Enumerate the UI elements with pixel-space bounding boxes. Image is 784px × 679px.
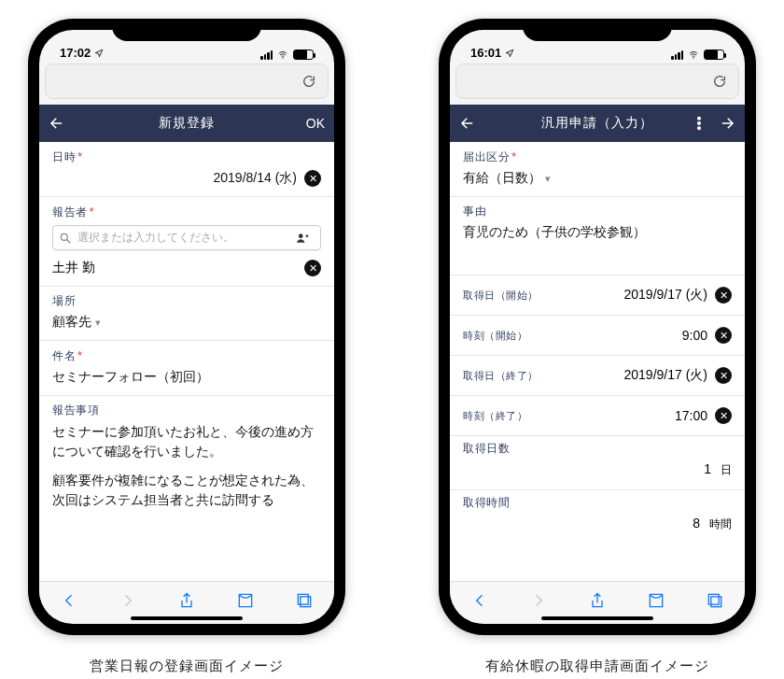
- field-date[interactable]: 日時* 2019/8/14 (水) ✕: [39, 142, 334, 197]
- browser-url-bar[interactable]: [455, 64, 739, 99]
- battery-icon: [293, 50, 314, 60]
- value-start-time: 9:00: [682, 328, 707, 343]
- nav-forward-icon: [529, 591, 548, 610]
- label-start-time: 時刻（開始）: [463, 329, 527, 343]
- unit-hours: 時間: [709, 517, 732, 530]
- value-hours: 8: [693, 516, 700, 530]
- value-start-date: 2019/9/17 (火): [624, 287, 708, 304]
- app-header: 新規登録 OK: [39, 105, 334, 142]
- browser-bottom-bar: [450, 581, 745, 618]
- label-end-date: 取得日（終了）: [463, 369, 539, 383]
- wifi-icon: [276, 50, 289, 60]
- reload-icon[interactable]: [712, 74, 727, 89]
- label-report: 報告事項: [52, 403, 321, 417]
- clear-icon[interactable]: ✕: [304, 260, 321, 276]
- field-end-date[interactable]: 取得日（終了） 2019/9/17 (火) ✕: [450, 356, 745, 396]
- label-subject: 件名: [52, 350, 76, 361]
- ok-button[interactable]: OK: [306, 116, 325, 131]
- field-end-time[interactable]: 時刻（終了） 17:00 ✕: [450, 396, 745, 436]
- caption-right: 有給休暇の取得申請画面イメージ: [485, 658, 709, 675]
- share-icon[interactable]: [588, 591, 607, 610]
- field-reason[interactable]: 事由 育児のため（子供の学校参観）: [450, 197, 745, 276]
- phone-left: 17:02: [28, 19, 345, 635]
- reporter-placeholder: 選択または入力してください。: [77, 230, 296, 246]
- nav-back-icon[interactable]: [470, 591, 489, 610]
- reporter-selected-value: 土井 勤: [52, 260, 95, 276]
- svg-rect-11: [709, 594, 720, 604]
- reporter-search-input[interactable]: 選択または入力してください。: [52, 225, 321, 250]
- browser-bottom-bar: [39, 581, 334, 618]
- svg-point-8: [698, 122, 701, 125]
- value-date: 2019/8/14 (水): [214, 170, 298, 187]
- reload-icon[interactable]: [301, 74, 316, 89]
- value-reason: 育児のため（子供の学校参観）: [463, 224, 646, 241]
- form-content: 届出区分* 有給（日数） ▾ 事由 育児のため（子供の学校参観） 取得日: [450, 142, 745, 581]
- svg-point-6: [693, 57, 693, 58]
- chevron-down-icon: ▾: [95, 317, 101, 329]
- field-report[interactable]: 報告事項 セミナーに参加頂いたお礼と、今後の進め方について確認を行いました。 顧…: [39, 396, 334, 530]
- back-icon[interactable]: [49, 115, 65, 132]
- value-category: 有給（日数）: [463, 170, 541, 187]
- label-start-date: 取得日（開始）: [463, 289, 539, 303]
- svg-point-7: [698, 117, 701, 120]
- tabs-icon[interactable]: [706, 591, 724, 610]
- reporter-chip[interactable]: 土井 勤 ✕: [52, 260, 321, 276]
- label-date: 日時: [52, 151, 76, 163]
- cell-signal-icon: [260, 50, 273, 60]
- more-icon[interactable]: [691, 115, 707, 132]
- label-reporter: 報告者: [52, 206, 88, 218]
- home-indicator[interactable]: [131, 616, 243, 620]
- status-time: 17:02: [60, 46, 91, 60]
- battery-icon: [704, 50, 724, 60]
- cell-signal-icon: [671, 50, 683, 60]
- nav-back-icon[interactable]: [60, 591, 78, 610]
- app-header: 汎用申請（入力）: [450, 105, 745, 142]
- unit-days: 日: [721, 463, 732, 476]
- svg-point-0: [282, 57, 283, 58]
- field-start-date[interactable]: 取得日（開始） 2019/9/17 (火) ✕: [450, 276, 745, 316]
- svg-rect-10: [711, 596, 721, 606]
- label-place: 場所: [52, 294, 321, 308]
- phone-right: 16:01 汎用申請（入力）: [439, 19, 756, 635]
- field-place[interactable]: 場所 顧客先 ▾: [39, 287, 334, 341]
- add-person-icon[interactable]: [296, 232, 309, 245]
- value-end-date: 2019/9/17 (火): [624, 367, 708, 384]
- field-hours: 取得時間 8 時間: [450, 490, 745, 544]
- label-hours: 取得時間: [463, 496, 732, 510]
- bookmarks-icon[interactable]: [236, 591, 255, 610]
- tabs-icon[interactable]: [295, 591, 314, 610]
- chevron-down-icon: ▾: [545, 173, 551, 185]
- svg-point-9: [698, 127, 701, 130]
- bookmarks-icon[interactable]: [647, 591, 665, 610]
- value-days: 1: [704, 461, 711, 476]
- clear-icon[interactable]: ✕: [715, 367, 732, 384]
- field-reporter: 報告者* 選択または入力してください。 土井 勤 ✕: [39, 197, 334, 287]
- value-place: 顧客先: [52, 314, 91, 331]
- field-category[interactable]: 届出区分* 有給（日数） ▾: [450, 142, 745, 197]
- browser-url-bar[interactable]: [45, 64, 329, 99]
- share-icon[interactable]: [177, 591, 196, 610]
- location-icon: [505, 49, 514, 58]
- nav-forward-icon: [119, 591, 137, 610]
- label-reason: 事由: [463, 205, 732, 219]
- svg-line-2: [67, 239, 71, 243]
- clear-icon[interactable]: ✕: [715, 287, 732, 304]
- field-subject[interactable]: 件名* セミナーフォロー（初回）: [39, 341, 334, 396]
- back-icon[interactable]: [459, 115, 476, 132]
- header-title: 新規登録: [39, 115, 334, 132]
- svg-point-1: [61, 233, 67, 240]
- label-category: 届出区分: [463, 151, 510, 163]
- clear-icon[interactable]: ✕: [715, 407, 732, 424]
- field-start-time[interactable]: 時刻（開始） 9:00 ✕: [450, 316, 745, 356]
- home-indicator[interactable]: [541, 616, 653, 620]
- forward-icon[interactable]: [719, 115, 735, 132]
- label-end-time: 時刻（終了）: [463, 409, 527, 423]
- status-time: 16:01: [470, 46, 501, 60]
- clear-icon[interactable]: ✕: [715, 327, 732, 344]
- form-content: 日時* 2019/8/14 (水) ✕ 報告者*: [39, 142, 334, 581]
- location-icon: [94, 49, 104, 58]
- report-paragraph: セミナーに参加頂いたお礼と、今後の進め方について確認を行いました。: [52, 423, 321, 462]
- clear-icon[interactable]: ✕: [304, 170, 321, 187]
- field-days: 取得日数 1 日: [450, 436, 745, 490]
- svg-rect-4: [301, 596, 311, 606]
